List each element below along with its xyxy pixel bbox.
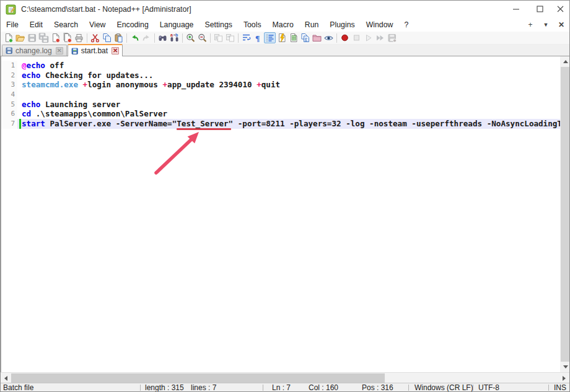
document-map-button[interactable]: [287, 32, 299, 43]
status-eol-format[interactable]: Windows (CR LF): [414, 383, 473, 392]
scroll-down-button[interactable]: [560, 362, 570, 372]
code-token: Launching server: [40, 100, 120, 109]
open-file-button[interactable]: [14, 32, 26, 43]
save-all-icon: [38, 33, 49, 43]
new-file-button[interactable]: [2, 32, 14, 43]
copy-button[interactable]: [101, 32, 113, 43]
close-file-button[interactable]: [50, 32, 61, 43]
line-body: @echo off: [17, 61, 560, 71]
window-title: C:\steamcmd\start.bat - Notepad++ [Admin…: [21, 5, 191, 14]
code-token: echo: [22, 71, 40, 80]
code-line-2[interactable]: 2echo Checking for updates...: [1, 71, 560, 81]
status-doc-type: Batch file: [3, 383, 33, 392]
macro-play-button: [362, 32, 374, 43]
menu-plugins[interactable]: Plugins: [324, 19, 360, 31]
line-number[interactable]: 1: [1, 61, 17, 71]
tab-close-button[interactable]: ✕: [56, 47, 63, 54]
vertical-scrollbar[interactable]: [560, 56, 570, 372]
code-token: @: [22, 61, 27, 70]
tab-start-bat[interactable]: start.bat✕: [68, 44, 123, 56]
function-list-button[interactable]: [299, 32, 311, 43]
redo-button: [141, 32, 152, 43]
code-line-4[interactable]: 4: [1, 90, 560, 100]
svg-text:a: a: [170, 33, 173, 37]
vertical-scrollbar-thumb[interactable]: [561, 67, 570, 362]
chevron-left-icon: [4, 376, 7, 381]
line-number[interactable]: 2: [1, 71, 17, 81]
code-line-1[interactable]: 1@echo off: [1, 61, 560, 71]
line-number[interactable]: 4: [1, 90, 17, 100]
zoom-in-button[interactable]: [185, 32, 196, 43]
menu-settings[interactable]: Settings: [199, 19, 237, 31]
minimize-button[interactable]: [504, 1, 528, 17]
copy-icon: [102, 33, 112, 43]
status-divider: [408, 385, 409, 391]
status-encoding[interactable]: UTF-8: [478, 383, 499, 392]
line-body: steamcmd.exe +login anonymous +app_updat…: [17, 80, 560, 90]
status-column-number: Col : 160: [309, 383, 338, 392]
menu-search[interactable]: Search: [48, 19, 84, 31]
toolbar-separator: [336, 33, 337, 43]
find-button[interactable]: [157, 32, 169, 43]
code-line-6[interactable]: 6cd .\steamapps\common\PalServer: [1, 109, 560, 119]
menu-tools[interactable]: Tools: [238, 19, 267, 31]
folder-as-workspace-button[interactable]: [311, 32, 323, 43]
scroll-left-button[interactable]: [1, 373, 11, 383]
user-defined-language-button[interactable]: [276, 32, 287, 43]
zoom-out-button[interactable]: [196, 32, 208, 43]
new-file-icon: [3, 33, 14, 43]
show-all-characters-button[interactable]: ¶: [252, 32, 264, 43]
print-button[interactable]: [73, 32, 85, 43]
menu-help[interactable]: ?: [398, 19, 414, 31]
close-all-icon: [62, 33, 72, 43]
undo-button[interactable]: [129, 32, 141, 43]
macro-record-button[interactable]: [339, 32, 351, 43]
menu-file[interactable]: File: [1, 19, 24, 31]
tab-close-button[interactable]: ✕: [112, 47, 119, 54]
line-number[interactable]: 5: [1, 100, 17, 110]
menu-bar: FileEditSearchViewEncodingLanguageSettin…: [1, 18, 569, 32]
horizontal-scrollbar-thumb[interactable]: [11, 373, 385, 383]
change-marker-margin: [17, 119, 22, 129]
close-window-button[interactable]: [551, 1, 569, 17]
horizontal-scrollbar[interactable]: [1, 372, 569, 383]
menu-macro[interactable]: Macro: [267, 19, 299, 31]
code-line-5[interactable]: 5echo Launching server: [1, 100, 560, 110]
zoom-in-icon: [185, 33, 196, 43]
code-text: cd .\steamapps\common\PalServer: [22, 109, 167, 119]
paste-button[interactable]: [113, 32, 125, 43]
monitoring-button[interactable]: [323, 32, 335, 43]
show-indent-guide-button[interactable]: [264, 32, 276, 43]
word-wrap-button[interactable]: [240, 32, 252, 43]
line-number[interactable]: 3: [1, 80, 17, 90]
line-number[interactable]: 6: [1, 109, 17, 119]
status-insert-mode[interactable]: INS: [554, 383, 566, 392]
code-token: echo: [22, 100, 40, 109]
close-all-button[interactable]: [61, 32, 73, 43]
menu-language[interactable]: Language: [154, 19, 200, 31]
change-marker-margin: [17, 90, 22, 100]
editor-area[interactable]: 1@echo off2echo Checking for updates...3…: [1, 56, 560, 372]
line-number[interactable]: 7: [1, 119, 17, 129]
replace-button[interactable]: ab: [169, 32, 180, 43]
title-bar[interactable]: C:\steamcmd\start.bat - Notepad++ [Admin…: [1, 1, 569, 18]
menu-view[interactable]: View: [84, 19, 111, 31]
menu-run[interactable]: Run: [299, 19, 325, 31]
tab-change-log[interactable]: change.log✕: [2, 45, 67, 56]
menu-edit[interactable]: Edit: [24, 19, 48, 31]
sync-horizontal-icon: [225, 33, 235, 43]
scroll-up-button[interactable]: [560, 56, 570, 67]
code-line-7[interactable]: 7start PalServer.exe -ServerName="Test_S…: [1, 119, 560, 129]
cut-button[interactable]: [89, 32, 101, 43]
menu-window[interactable]: Window: [361, 19, 399, 31]
macro-run-multiple-button: [374, 32, 386, 43]
toolbar-separator: [154, 33, 155, 43]
menu-encoding[interactable]: Encoding: [111, 19, 154, 31]
close-document-button[interactable]: ✕: [557, 20, 566, 29]
document-list-button[interactable]: ▼: [542, 22, 550, 28]
scroll-right-button[interactable]: [559, 373, 569, 383]
new-document-button[interactable]: +: [526, 20, 535, 29]
print-icon: [74, 33, 84, 43]
code-line-3[interactable]: 3steamcmd.exe +login anonymous +app_upda…: [1, 80, 560, 90]
maximize-button[interactable]: [528, 1, 551, 17]
